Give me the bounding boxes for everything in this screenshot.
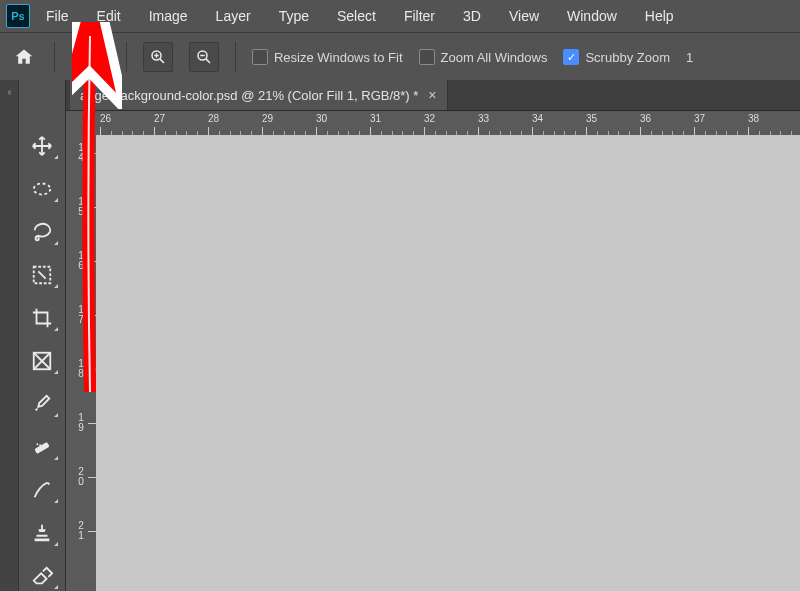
- ruler-tick: 17: [66, 297, 96, 333]
- menu-filter[interactable]: Filter: [392, 3, 447, 29]
- svg-line-3: [160, 59, 164, 63]
- checkbox-box: [419, 49, 435, 65]
- menu-bar: Ps File Edit Image Layer Type Select Fil…: [0, 0, 800, 32]
- svg-line-1: [87, 60, 93, 66]
- zoom-in-button[interactable]: [143, 42, 173, 72]
- ruler-tick: 21: [66, 513, 96, 549]
- zoom-value[interactable]: 1: [686, 50, 693, 65]
- ruler-tick: 14: [66, 135, 96, 171]
- clone-stamp-tool[interactable]: [24, 517, 60, 548]
- ruler-tick: 36: [640, 111, 651, 135]
- svg-line-7: [206, 59, 210, 63]
- document-tab-title: ange-background-color.psd @ 21% (Color F…: [80, 88, 418, 103]
- svg-rect-14: [34, 441, 49, 453]
- document-tab[interactable]: ange-background-color.psd @ 21% (Color F…: [70, 80, 448, 110]
- frame-tool[interactable]: [24, 345, 60, 376]
- divider: [54, 42, 55, 72]
- zoom-out-button[interactable]: [189, 42, 219, 72]
- zoom-all-windows-checkbox[interactable]: Zoom All Windows: [419, 49, 548, 65]
- pencil-tool[interactable]: [24, 474, 60, 505]
- checkbox-label: Scrubby Zoom: [585, 50, 670, 65]
- scrubby-zoom-checkbox[interactable]: ✓ Scrubby Zoom: [563, 49, 670, 65]
- ruler-tick: 27: [154, 111, 165, 135]
- eyedropper-tool[interactable]: [24, 388, 60, 419]
- canvas-container: 26272829303132333435363738 1415161718192…: [66, 111, 800, 591]
- checkbox-box: [252, 49, 268, 65]
- ruler-tick: 19: [66, 405, 96, 441]
- brush-tool[interactable]: [24, 259, 60, 290]
- menu-select[interactable]: Select: [325, 3, 388, 29]
- chevron-right-icon: »: [4, 90, 13, 94]
- ruler-tick: 30: [316, 111, 327, 135]
- menu-type[interactable]: Type: [267, 3, 321, 29]
- svg-point-15: [37, 443, 39, 445]
- checkbox-label: Zoom All Windows: [441, 50, 548, 65]
- ruler-tick: 34: [532, 111, 543, 135]
- menu-file[interactable]: File: [34, 3, 81, 29]
- ruler-tick: 33: [478, 111, 489, 135]
- ruler-corner: [66, 111, 97, 136]
- svg-point-17: [42, 445, 44, 447]
- menu-3d[interactable]: 3D: [451, 3, 493, 29]
- canvas[interactable]: [96, 135, 800, 591]
- svg-point-16: [39, 444, 41, 446]
- document-area: ange-background-color.psd @ 21% (Color F…: [66, 80, 800, 591]
- zoom-tool-dropdown[interactable]: ▼: [71, 46, 110, 68]
- menu-window[interactable]: Window: [555, 3, 629, 29]
- move-tool[interactable]: [24, 130, 60, 161]
- options-bar: ▼ Resize Windows to Fit Zoom All Windows…: [0, 32, 800, 82]
- ruler-tick: 26: [100, 111, 111, 135]
- menu-view[interactable]: View: [497, 3, 551, 29]
- ruler-tick: 28: [208, 111, 219, 135]
- workspace: »: [0, 80, 800, 591]
- healing-brush-tool[interactable]: [24, 431, 60, 462]
- lasso-tool[interactable]: [24, 216, 60, 247]
- ruler-tick: 31: [370, 111, 381, 135]
- app-logo: Ps: [6, 4, 30, 28]
- menu-edit[interactable]: Edit: [85, 3, 133, 29]
- document-tab-bar: ange-background-color.psd @ 21% (Color F…: [66, 80, 800, 111]
- checkbox-label: Resize Windows to Fit: [274, 50, 403, 65]
- menu-image[interactable]: Image: [137, 3, 200, 29]
- menu-help[interactable]: Help: [633, 3, 686, 29]
- chevron-down-icon: ▼: [99, 52, 108, 62]
- ruler-tick: 15: [66, 189, 96, 225]
- eraser-tool[interactable]: [24, 560, 60, 591]
- vertical-ruler[interactable]: 1415161718192021: [66, 135, 97, 591]
- resize-windows-checkbox[interactable]: Resize Windows to Fit: [252, 49, 403, 65]
- ruler-tick: 35: [586, 111, 597, 135]
- divider: [126, 42, 127, 72]
- panel-collapse-gutter[interactable]: »: [0, 80, 19, 591]
- home-button[interactable]: [10, 43, 38, 71]
- svg-point-9: [34, 183, 51, 194]
- toolbox: [19, 80, 66, 591]
- menu-layer[interactable]: Layer: [204, 3, 263, 29]
- ruler-tick: 38: [748, 111, 759, 135]
- ruler-tick: 20: [66, 459, 96, 495]
- marquee-tool[interactable]: [24, 173, 60, 204]
- ruler-tick: 37: [694, 111, 705, 135]
- ruler-tick: 29: [262, 111, 273, 135]
- close-icon[interactable]: ×: [428, 87, 436, 103]
- ruler-tick: 16: [66, 243, 96, 279]
- ruler-tick: 32: [424, 111, 435, 135]
- checkbox-box: ✓: [563, 49, 579, 65]
- divider: [235, 42, 236, 72]
- horizontal-ruler[interactable]: 26272829303132333435363738: [96, 111, 800, 136]
- ruler-tick: 18: [66, 351, 96, 387]
- crop-tool[interactable]: [24, 302, 60, 333]
- svg-point-0: [76, 49, 89, 62]
